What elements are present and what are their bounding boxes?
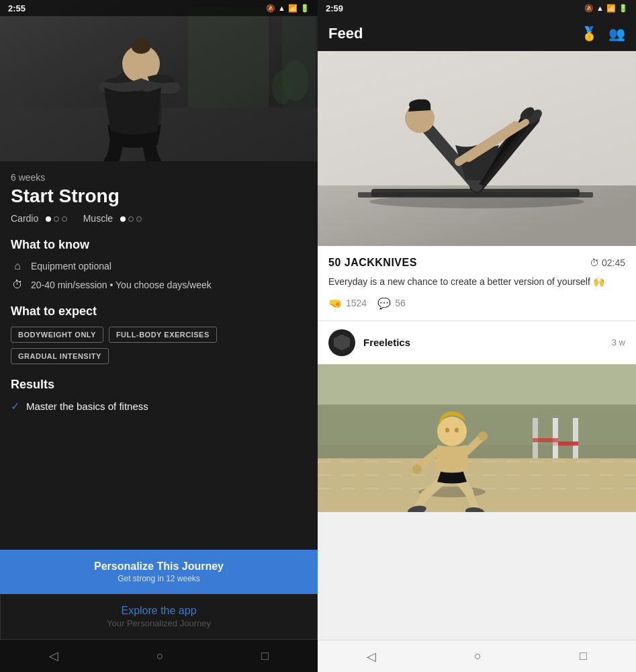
muscle-dots <box>120 216 142 222</box>
status-time-left: 2:55 <box>8 3 26 13</box>
post-username[interactable]: Freeletics <box>363 337 612 348</box>
status-icons-right: 🔕 ▲ 📶 🔋 <box>584 4 628 13</box>
program-title: Start Strong <box>11 185 307 207</box>
athlete-illustration-left <box>0 0 318 161</box>
workout-stats: 🤜 1524 💬 56 <box>328 297 625 310</box>
timer-icon: ⏱ <box>590 257 599 268</box>
results-heading: Results <box>11 378 307 392</box>
app-header: Feed 🥇 👥 <box>318 16 636 51</box>
tag-bodyweight: BODYWEIGHT ONLY <box>11 327 103 343</box>
people-icon[interactable]: 👥 <box>608 26 625 42</box>
likes-stat[interactable]: 🤜 1524 <box>328 297 367 310</box>
equipment-text: Equipment optional <box>31 261 111 271</box>
cardio-dots <box>46 216 67 222</box>
battery-icon: 🔋 <box>300 4 310 13</box>
svg-point-46 <box>478 431 488 441</box>
post-image <box>318 364 636 512</box>
what-to-expect-heading: What to expect <box>11 304 307 319</box>
svg-point-48 <box>445 427 449 432</box>
duration-row: ⏱ 20-40 min/session • You choose days/we… <box>11 279 307 291</box>
header-icons: 🥇 👥 <box>581 26 625 42</box>
battery-icon-right: 🔋 <box>619 4 628 13</box>
cardio-label: Cardio <box>11 213 38 224</box>
jackknife-illustration <box>318 51 636 246</box>
personalize-button[interactable]: Personalize This Journey Get strong in 1… <box>0 550 318 594</box>
cardio-dot-3 <box>62 216 67 222</box>
comments-count: 56 <box>395 298 406 308</box>
checkmark-icon: ✓ <box>11 400 19 413</box>
svg-rect-3 <box>188 7 269 108</box>
status-bar-right: 2:59 🔕 ▲ 📶 🔋 <box>318 0 636 16</box>
comments-stat[interactable]: 💬 56 <box>377 297 406 310</box>
workout-name: 50 JACKKNIVES <box>328 257 417 269</box>
nav-bar-left: ◁ ○ □ <box>0 640 318 672</box>
nav-back-icon[interactable]: ◁ <box>49 648 58 663</box>
personalize-sub-label: Get strong in 12 weeks <box>118 574 200 583</box>
explore-main-label: Explore the app <box>11 605 306 617</box>
svg-point-47 <box>437 417 467 446</box>
personalize-main-label: Personalize This Journey <box>94 560 224 573</box>
muscle-dot-1 <box>120 216 126 222</box>
wifi-icon-right: ▲ <box>596 4 604 12</box>
mute-icon: 🔕 <box>266 4 275 13</box>
wifi-icon: ▲ <box>278 4 285 12</box>
results-section: Results ✓ Master the basics of fitness <box>11 378 307 413</box>
post-avatar <box>328 329 355 356</box>
right-panel: 2:59 🔕 ▲ 📶 🔋 Feed 🥇 👥 <box>318 0 636 672</box>
tag-gradual: GRADUAL INTENSITY <box>11 348 109 364</box>
bottom-buttons: Personalize This Journey Get strong in 1… <box>0 550 318 640</box>
nav-home-icon[interactable]: ○ <box>156 649 164 663</box>
signal-icon-right: 📶 <box>606 4 616 13</box>
comments-icon: 💬 <box>377 297 391 310</box>
workout-time-container: ⏱ 02:45 <box>590 257 625 268</box>
likes-count: 1524 <box>346 298 367 308</box>
workout-time-value: 02:45 <box>602 257 625 268</box>
cardio-dot-1 <box>46 216 51 222</box>
muscle-label: Muscle <box>83 213 113 224</box>
nav-recent-icon[interactable]: □ <box>261 649 269 663</box>
difficulty-row: Cardio Muscle <box>11 212 307 224</box>
svg-point-45 <box>412 464 422 474</box>
likes-icon: 🤜 <box>328 297 342 310</box>
home-icon: ⌂ <box>11 260 24 272</box>
duration-text: 20-40 min/session • You choose days/week <box>31 280 212 290</box>
hero-image-left <box>0 0 318 161</box>
workout-card-header: 50 JACKKNIVES ⏱ 02:45 <box>328 257 625 269</box>
status-time-right: 2:59 <box>326 3 343 13</box>
feed-hero-image <box>318 51 636 246</box>
cardio-difficulty: Cardio <box>11 212 67 224</box>
weeks-label: 6 weeks <box>11 172 307 183</box>
nav-bar-right: ◁ ○ □ <box>318 640 636 672</box>
svg-point-6 <box>272 71 292 104</box>
signal-icon: 📶 <box>288 4 298 13</box>
nav-recent-icon-right[interactable]: □ <box>580 649 587 663</box>
workout-card: 50 JACKKNIVES ⏱ 02:45 Everyday is a new … <box>318 246 636 321</box>
feed-title: Feed <box>328 25 581 42</box>
runner-illustration <box>318 364 636 512</box>
avatar-logo <box>334 335 350 351</box>
post-time: 3 w <box>612 337 625 347</box>
what-to-know-heading: What to know <box>11 238 307 252</box>
svg-point-49 <box>455 427 459 432</box>
trophy-icon[interactable]: 🥇 <box>581 26 598 42</box>
workout-quote: Everyday is a new chance to create a bet… <box>328 276 625 289</box>
nav-home-icon-right[interactable]: ○ <box>474 649 482 663</box>
explore-sub-label: Your Personalized Journey <box>11 618 306 628</box>
status-icons-left: 🔕 ▲ 📶 🔋 <box>266 4 310 13</box>
tag-fullbody: FULL-BODY EXERCISES <box>109 327 217 343</box>
muscle-dot-3 <box>136 216 142 222</box>
cardio-dot-2 <box>54 216 59 222</box>
equipment-row: ⌂ Equipment optional <box>11 260 307 272</box>
mute-icon-right: 🔕 <box>584 4 594 13</box>
nav-back-icon-right[interactable]: ◁ <box>367 649 376 664</box>
explore-button[interactable]: Explore the app Your Personalized Journe… <box>0 594 318 640</box>
left-panel: 2:55 🔕 ▲ 📶 🔋 <box>0 0 318 672</box>
muscle-dot-2 <box>128 216 134 222</box>
svg-point-10 <box>136 38 146 48</box>
result-item-1: ✓ Master the basics of fitness <box>11 400 307 413</box>
muscle-difficulty: Muscle <box>83 212 142 224</box>
tags-container: BODYWEIGHT ONLY FULL-BODY EXERCISES GRAD… <box>11 327 307 364</box>
result-text-1: Master the basics of fitness <box>26 401 148 412</box>
svg-rect-33 <box>533 438 558 442</box>
clock-icon: ⏱ <box>11 279 24 291</box>
